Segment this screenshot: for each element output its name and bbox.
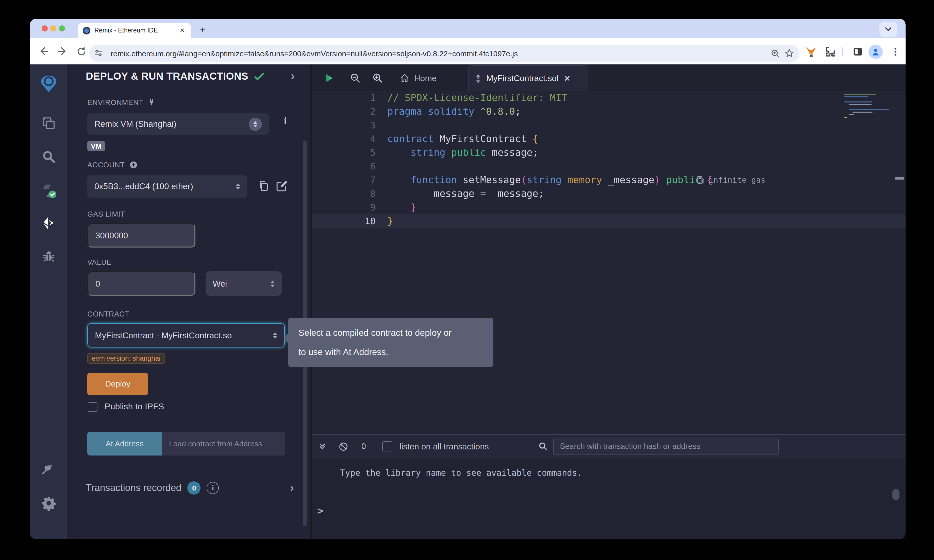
account-label: ACCOUNT bbox=[87, 160, 138, 169]
terminal-count: 0 bbox=[361, 442, 366, 451]
gas-limit-input[interactable] bbox=[87, 223, 196, 248]
browser-menu-icon[interactable] bbox=[889, 45, 902, 58]
code-line[interactable]: 7 function setMessage(string memory _mes… bbox=[312, 173, 906, 187]
code-line[interactable]: 3 bbox=[312, 118, 906, 132]
terminal-scrollbar-thumb[interactable] bbox=[892, 489, 900, 500]
line-number: 7 bbox=[312, 173, 376, 187]
remix-logo-icon[interactable] bbox=[30, 74, 67, 95]
forward-button[interactable] bbox=[56, 45, 69, 58]
at-address-button[interactable]: At Address bbox=[87, 432, 162, 455]
run-script-icon[interactable] bbox=[321, 71, 336, 86]
code-line[interactable]: 8 message = _message; bbox=[312, 187, 906, 200]
code-line[interactable]: 1// SPDX-License-Identifier: MIT bbox=[312, 91, 906, 105]
code-text bbox=[376, 118, 387, 132]
account-select-arrows-icon bbox=[236, 183, 240, 190]
tab-file-active[interactable]: MyFirstContract.sol ✕ bbox=[468, 65, 588, 91]
gas-pump-icon bbox=[697, 175, 704, 184]
code-line[interactable]: 6 bbox=[312, 159, 906, 173]
code-text: pragma solidity ^0.8.0; bbox=[376, 105, 521, 118]
reload-button[interactable] bbox=[75, 45, 88, 58]
code-line[interactable]: 2pragma solidity ^0.8.0; bbox=[312, 105, 906, 118]
editor-tab-bar: Home MyFirstContract.sol ✕ bbox=[312, 65, 906, 91]
url-text[interactable]: remix.ethereum.org/#lang=en&optimize=fal… bbox=[111, 49, 768, 58]
site-controls-icon[interactable] bbox=[91, 49, 106, 58]
value-input[interactable] bbox=[87, 271, 196, 296]
environment-info-icon[interactable]: i bbox=[279, 115, 292, 132]
edit-account-icon[interactable] bbox=[275, 180, 288, 193]
address-bar[interactable]: remix.ethereum.org/#lang=en&optimize=fal… bbox=[89, 45, 800, 62]
code-line[interactable]: 4contract MyFirstContract { bbox=[312, 132, 906, 146]
metamask-extension-icon[interactable] bbox=[805, 45, 818, 58]
transactions-info-icon[interactable]: i bbox=[207, 482, 219, 494]
minimize-window-button[interactable] bbox=[50, 25, 56, 31]
zoom-out-icon[interactable] bbox=[348, 71, 363, 86]
plug-icon[interactable] bbox=[148, 98, 156, 106]
zoom-in-page-icon[interactable] bbox=[768, 48, 782, 58]
extensions-puzzle-icon[interactable] bbox=[824, 45, 837, 58]
vm-badge: VM bbox=[87, 141, 105, 151]
publish-ipfs-checkbox[interactable] bbox=[88, 402, 97, 412]
clear-console-icon[interactable] bbox=[339, 442, 348, 451]
browser-window: Remix - Ethereum IDE ✕ + re bbox=[30, 19, 906, 539]
editor-minimap[interactable] bbox=[844, 94, 888, 119]
value-unit-select[interactable]: Wei bbox=[206, 271, 282, 296]
account-select[interactable]: 0x5B3...eddC4 (100 ether) bbox=[87, 175, 247, 198]
collapse-panel-chevron[interactable]: › bbox=[291, 69, 295, 83]
tab-close-icon[interactable]: ✕ bbox=[179, 27, 186, 34]
line-number: 1 bbox=[312, 91, 376, 105]
debugger-icon[interactable] bbox=[30, 249, 67, 264]
line-number: 10 bbox=[312, 214, 376, 228]
fullscreen-window-button[interactable] bbox=[59, 25, 65, 31]
terminal-prompt[interactable]: > bbox=[317, 505, 323, 517]
listen-transactions-label: listen on all transactions bbox=[399, 442, 489, 451]
tab-title: Remix - Ethereum IDE bbox=[94, 27, 179, 34]
line-number: 5 bbox=[312, 146, 376, 159]
close-file-tab-icon[interactable]: ✕ bbox=[564, 74, 570, 83]
transactions-expand-chevron[interactable]: › bbox=[290, 482, 294, 495]
line-number: 4 bbox=[312, 132, 376, 146]
code-text bbox=[376, 159, 387, 173]
terminal-search-input[interactable] bbox=[553, 438, 779, 455]
line-number: 6 bbox=[312, 159, 376, 173]
editor-scrollbar-handle[interactable] bbox=[895, 177, 904, 180]
copy-account-icon[interactable] bbox=[257, 180, 270, 193]
zoom-in-icon[interactable] bbox=[370, 71, 385, 86]
gas-estimate-annotation: infinite gas bbox=[697, 173, 766, 187]
code-line[interactable]: 10} bbox=[312, 214, 906, 228]
back-button[interactable] bbox=[37, 45, 50, 58]
terminal-search-icon bbox=[538, 441, 548, 451]
deploy-button[interactable]: Deploy bbox=[87, 373, 148, 395]
collapse-terminal-icon[interactable] bbox=[318, 442, 327, 451]
tab-home[interactable]: Home bbox=[399, 69, 436, 87]
contract-value: MyFirstContract - MyFirstContract.so bbox=[95, 331, 273, 340]
code-text: message = _message; bbox=[376, 187, 544, 200]
code-line[interactable]: 9 } bbox=[312, 200, 906, 214]
home-icon bbox=[399, 73, 410, 83]
tab-search-button[interactable] bbox=[879, 22, 897, 37]
contract-select-tooltip: Select a compiled contract to deploy or … bbox=[288, 318, 493, 367]
side-panel-icon[interactable] bbox=[851, 45, 865, 58]
code-editor[interactable]: 1// SPDX-License-Identifier: MIT2pragma … bbox=[312, 91, 906, 434]
profile-avatar[interactable] bbox=[869, 45, 883, 59]
bookmark-star-icon[interactable] bbox=[782, 48, 797, 58]
add-account-icon[interactable] bbox=[129, 160, 138, 169]
browser-tab-strip: Remix - Ethereum IDE ✕ + bbox=[30, 19, 906, 38]
new-tab-button[interactable]: + bbox=[196, 24, 209, 37]
contract-select[interactable]: MyFirstContract - MyFirstContract.so bbox=[87, 323, 285, 348]
at-address-input[interactable] bbox=[162, 432, 285, 455]
browser-tab[interactable]: Remix - Ethereum IDE ✕ bbox=[78, 23, 191, 38]
browser-toolbar: remix.ethereum.org/#lang=en&optimize=fal… bbox=[30, 38, 906, 65]
settings-gear-icon[interactable] bbox=[30, 495, 67, 511]
line-number: 9 bbox=[312, 200, 376, 214]
solidity-file-icon bbox=[475, 74, 482, 83]
listen-transactions-checkbox[interactable] bbox=[382, 441, 392, 451]
close-window-button[interactable] bbox=[42, 25, 48, 31]
code-line[interactable]: 5 string public message; bbox=[312, 146, 906, 159]
transactions-count-badge: 0 bbox=[188, 482, 201, 495]
deploy-run-icon[interactable] bbox=[30, 215, 67, 231]
solidity-compiler-icon[interactable] bbox=[30, 182, 67, 199]
file-explorer-icon[interactable] bbox=[30, 116, 67, 130]
environment-select[interactable]: Remix VM (Shanghai) bbox=[87, 113, 269, 135]
search-icon[interactable] bbox=[30, 150, 67, 164]
plugin-manager-icon[interactable] bbox=[30, 462, 67, 477]
